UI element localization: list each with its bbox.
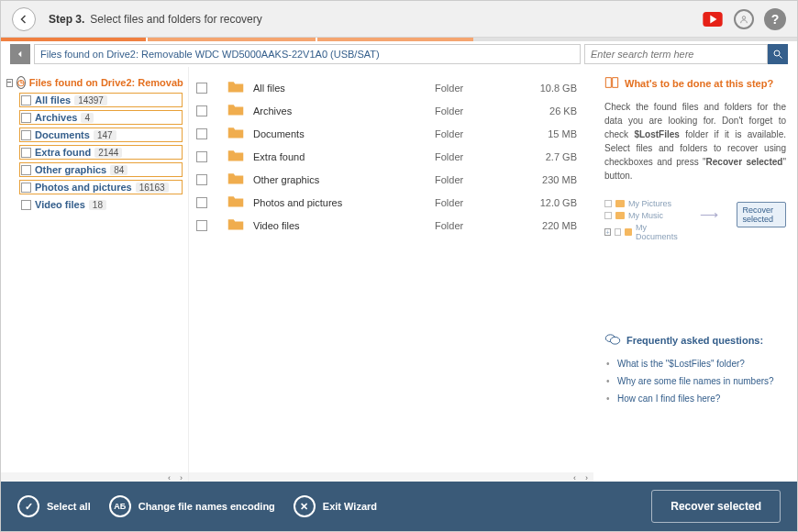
tree-item-label: Extra found bbox=[35, 147, 91, 158]
tree-item-label: Other graphics bbox=[35, 164, 106, 175]
tree-item[interactable]: Archives 4 bbox=[19, 110, 183, 125]
encoding-button[interactable]: AБ Change file names encoding bbox=[109, 495, 275, 517]
exit-wizard-button[interactable]: ✕ Exit Wizard bbox=[294, 495, 377, 517]
account-icon[interactable] bbox=[733, 8, 755, 30]
svg-point-1 bbox=[742, 16, 745, 18]
file-name: Video files bbox=[253, 220, 435, 231]
checkbox[interactable] bbox=[196, 174, 207, 185]
tree-item-count: 147 bbox=[94, 130, 116, 140]
checkbox[interactable] bbox=[196, 83, 207, 94]
page-title: Select files and folders for recovery bbox=[90, 13, 261, 26]
faq-link[interactable]: Why are some file names in numbers? bbox=[604, 372, 786, 390]
file-list: All files Folder 10.8 GB Archives Folder… bbox=[189, 67, 593, 483]
file-name: Photos and pictures bbox=[253, 197, 435, 208]
file-name: Archives bbox=[253, 105, 435, 116]
file-size: 15 MB bbox=[526, 128, 586, 139]
file-name: Extra found bbox=[253, 151, 435, 162]
footer: ✓ Select all AБ Change file names encodi… bbox=[1, 482, 797, 531]
help-sidebar: What's to be done at this step? Check th… bbox=[593, 67, 797, 483]
tree-item[interactable]: Video files 18 bbox=[19, 197, 183, 212]
file-size: 220 MB bbox=[526, 220, 586, 231]
recover-selected-button[interactable]: Recover selected bbox=[651, 490, 781, 523]
checkbox[interactable] bbox=[196, 151, 207, 162]
folder-icon bbox=[227, 149, 253, 164]
illustration-button: Recover selected bbox=[737, 202, 786, 227]
tree-root-label: Files found on Drive2: Removab bbox=[29, 77, 183, 88]
file-type: Folder bbox=[435, 197, 526, 208]
checkbox[interactable] bbox=[21, 165, 31, 175]
tree-item[interactable]: Documents 147 bbox=[19, 127, 183, 142]
tree-item-count: 14397 bbox=[74, 95, 107, 105]
tree-item-label: Archives bbox=[35, 112, 77, 123]
help-icon[interactable]: ? bbox=[764, 8, 786, 30]
tree-item-count: 4 bbox=[81, 113, 94, 123]
folder-icon bbox=[227, 80, 253, 95]
path-display[interactable]: Files found on Drive2: Removable WDC WD5… bbox=[34, 44, 581, 64]
folder-icon bbox=[227, 217, 253, 233]
file-size: 2.7 GB bbox=[526, 151, 586, 162]
file-name: Documents bbox=[253, 128, 435, 139]
folder-icon bbox=[227, 103, 253, 118]
checkbox[interactable] bbox=[196, 105, 207, 116]
faq-heading: Frequently asked questions: bbox=[604, 333, 786, 348]
search-button[interactable] bbox=[768, 44, 788, 64]
select-all-icon: ✓ bbox=[17, 495, 39, 517]
tree-panel: − ◷ Files found on Drive2: Removab All f… bbox=[1, 67, 189, 483]
file-type: Folder bbox=[435, 151, 526, 162]
tree-item-count: 84 bbox=[110, 165, 127, 175]
folder-icon bbox=[227, 194, 253, 210]
close-icon: ✕ bbox=[294, 495, 316, 517]
drive-icon: ◷ bbox=[17, 76, 26, 89]
book-icon bbox=[604, 76, 619, 91]
tree-item-label: All files bbox=[35, 94, 71, 105]
tree-item[interactable]: Extra found 2144 bbox=[19, 145, 183, 160]
faq-link[interactable]: What is the "$LostFiles" folder? bbox=[604, 355, 786, 372]
tree-item[interactable]: Photos and pictures 16163 bbox=[19, 180, 183, 194]
file-row[interactable]: Extra found Folder 2.7 GB bbox=[196, 145, 586, 168]
tree-item[interactable]: Other graphics 84 bbox=[19, 162, 183, 177]
encoding-icon: AБ bbox=[109, 495, 131, 517]
checkbox[interactable] bbox=[21, 148, 31, 158]
checkbox[interactable] bbox=[21, 130, 31, 140]
youtube-icon[interactable] bbox=[702, 8, 724, 30]
file-size: 10.8 GB bbox=[526, 83, 586, 94]
back-button[interactable] bbox=[12, 7, 36, 31]
tree-item[interactable]: All files 14397 bbox=[19, 93, 183, 107]
sidebar-illustration: My Pictures My Music +My Documents ⟶ Rec… bbox=[604, 199, 786, 245]
file-type: Folder bbox=[435, 83, 526, 94]
checkbox[interactable] bbox=[196, 197, 207, 208]
file-row[interactable]: Archives Folder 26 KB bbox=[196, 99, 586, 122]
tree-item-label: Photos and pictures bbox=[35, 182, 132, 193]
checkbox[interactable] bbox=[21, 95, 31, 105]
checkbox[interactable] bbox=[196, 220, 207, 231]
file-type: Folder bbox=[435, 220, 526, 231]
faq-link[interactable]: How can I find files here? bbox=[604, 390, 786, 407]
checkbox[interactable] bbox=[196, 128, 207, 139]
file-row[interactable]: Other graphics Folder 230 MB bbox=[196, 168, 586, 191]
tree-root[interactable]: − ◷ Files found on Drive2: Removab bbox=[6, 76, 183, 89]
file-name: Other graphics bbox=[253, 174, 435, 185]
path-back-button[interactable] bbox=[10, 44, 30, 64]
checkbox[interactable] bbox=[21, 183, 31, 193]
file-row[interactable]: Documents Folder 15 MB bbox=[196, 122, 586, 145]
sidebar-text: Check the found files and folders for th… bbox=[604, 100, 786, 183]
file-type: Folder bbox=[435, 174, 526, 185]
step-label: Step 3. bbox=[49, 13, 84, 26]
file-type: Folder bbox=[435, 105, 526, 116]
file-size: 230 MB bbox=[526, 174, 586, 185]
tree-item-count: 18 bbox=[89, 200, 106, 210]
tree-item-count: 2144 bbox=[94, 148, 122, 158]
checkbox[interactable] bbox=[21, 200, 31, 210]
checkbox[interactable] bbox=[21, 113, 31, 123]
select-all-button[interactable]: ✓ Select all bbox=[17, 495, 91, 517]
header: Step 3. Select files and folders for rec… bbox=[1, 1, 797, 38]
file-row[interactable]: Video files Folder 220 MB bbox=[196, 214, 586, 237]
svg-point-4 bbox=[610, 337, 619, 344]
file-row[interactable]: All files Folder 10.8 GB bbox=[196, 76, 586, 99]
main-area: − ◷ Files found on Drive2: Removab All f… bbox=[1, 67, 797, 483]
search-input[interactable] bbox=[584, 44, 768, 64]
collapse-icon[interactable]: − bbox=[6, 79, 13, 87]
folder-icon bbox=[227, 172, 253, 187]
file-row[interactable]: Photos and pictures Folder 12.0 GB bbox=[196, 191, 586, 214]
arrow-icon: ⟶ bbox=[700, 207, 718, 222]
